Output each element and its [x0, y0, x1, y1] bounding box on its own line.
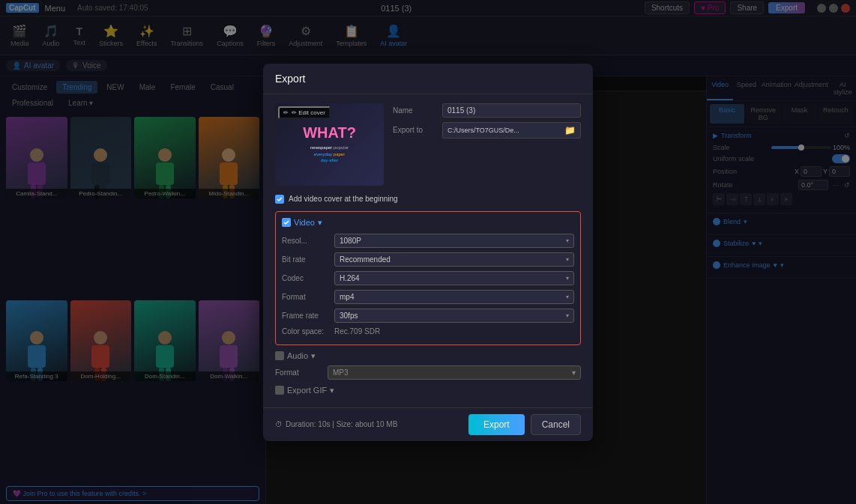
color-space-value: Rec.709 SDR — [334, 327, 380, 336]
gif-checkbox[interactable] — [275, 386, 284, 395]
scrollable-content: Video ▾ Resol... 1080P ▾ Bit rate Rec — [275, 211, 581, 398]
bitrate-caret-icon: ▾ — [566, 256, 569, 263]
gif-section: Export GIF ▾ — [275, 386, 581, 395]
video-section: Video ▾ Resol... 1080P ▾ Bit rate Rec — [275, 211, 581, 345]
gif-caret-icon: ▾ — [330, 386, 334, 395]
dialog-footer: ⏱ Duration: 10s | Size: about 10 MB Expo… — [263, 407, 593, 441]
audio-format-select[interactable]: MP3 ▾ — [328, 365, 581, 380]
edit-cover-button[interactable]: ✏ ✏ Edit cover — [278, 106, 331, 119]
export-to-label: Export to — [393, 126, 438, 134]
frame-rate-row: Frame rate 30fps ▾ — [282, 309, 574, 323]
bitrate-label: Bit rate — [282, 255, 334, 264]
dialog-header: Export — [263, 64, 593, 94]
codec-row: Codec H.264 ▾ — [282, 271, 574, 285]
cancel-button[interactable]: Cancel — [531, 414, 581, 435]
cover-checkbox-label: Add video cover at the beginning — [289, 195, 398, 203]
dialog-title: Export — [275, 73, 305, 85]
resolution-caret-icon: ▾ — [566, 237, 569, 244]
format-row: Format mp4 ▾ — [282, 290, 574, 304]
audio-caret-icon: ▾ — [311, 351, 316, 361]
audio-format-label: Format — [275, 368, 328, 377]
resolution-select[interactable]: 1080P ▾ — [334, 234, 574, 248]
codec-caret-icon: ▾ — [566, 275, 569, 282]
frame-rate-label: Frame rate — [282, 312, 334, 320]
footer-info: ⏱ Duration: 10s | Size: about 10 MB — [275, 420, 397, 428]
bitrate-row: Bit rate Recommended ▾ — [282, 252, 574, 267]
name-input[interactable] — [442, 103, 581, 118]
frame-rate-select[interactable]: 30fps ▾ — [334, 309, 574, 323]
codec-select[interactable]: H.264 ▾ — [334, 271, 574, 285]
export-dialog-overlay: Export ✏ ✏ Edit cover WHAT? newspaper po… — [0, 0, 856, 504]
color-space-row: Color space: Rec.709 SDR — [282, 327, 574, 336]
dialog-fields: Name Export to C:/Users/TO7GUS/De... 📁 — [393, 103, 581, 186]
audio-section-header[interactable]: Audio ▾ — [275, 351, 581, 361]
video-checkbox[interactable] — [282, 218, 291, 227]
export-confirm-button[interactable]: Export — [468, 414, 525, 435]
gif-section-header[interactable]: Export GIF ▾ — [275, 386, 581, 395]
dialog-preview-row: ✏ ✏ Edit cover WHAT? newspaper popular e… — [275, 103, 581, 186]
name-label: Name — [393, 106, 438, 115]
format-caret-icon: ▾ — [566, 294, 569, 300]
export-to-field-row: Export to C:/Users/TO7GUS/De... 📁 — [393, 122, 581, 139]
bitrate-select[interactable]: Recommended ▾ — [334, 252, 574, 267]
resolution-row: Resol... 1080P ▾ — [282, 234, 574, 248]
frame-rate-caret-icon: ▾ — [566, 312, 569, 319]
folder-icon[interactable]: 📁 — [564, 125, 576, 136]
export-to-value: C:/Users/TO7GUS/De... 📁 — [442, 122, 581, 139]
format-select[interactable]: mp4 ▾ — [334, 290, 574, 304]
resolution-label: Resol... — [282, 237, 334, 245]
audio-format-caret-icon: ▾ — [572, 368, 576, 377]
color-space-label: Color space: — [282, 327, 334, 336]
cover-row: Add video cover at the beginning — [275, 195, 581, 204]
dialog-preview: ✏ ✏ Edit cover WHAT? newspaper popular e… — [275, 103, 384, 186]
audio-checkbox[interactable] — [275, 351, 284, 360]
format-label: Format — [282, 293, 334, 301]
duration-text: Duration: 10s | Size: about 10 MB — [286, 420, 397, 428]
cover-checkbox[interactable] — [275, 195, 284, 204]
dialog-body: ✏ ✏ Edit cover WHAT? newspaper popular e… — [263, 94, 593, 407]
audio-format-row: Format MP3 ▾ — [275, 365, 581, 380]
export-dialog: Export ✏ ✏ Edit cover WHAT? newspaper po… — [263, 64, 593, 441]
video-section-header: Video ▾ — [282, 218, 574, 228]
footer-buttons: Export Cancel — [468, 414, 581, 435]
audio-section: Audio ▾ Format MP3 ▾ — [275, 351, 581, 380]
codec-label: Codec — [282, 274, 334, 282]
name-field-row: Name — [393, 103, 581, 118]
video-section-caret[interactable]: ▾ — [318, 218, 322, 228]
duration-icon: ⏱ — [275, 420, 283, 428]
edit-icon: ✏ — [283, 109, 289, 116]
